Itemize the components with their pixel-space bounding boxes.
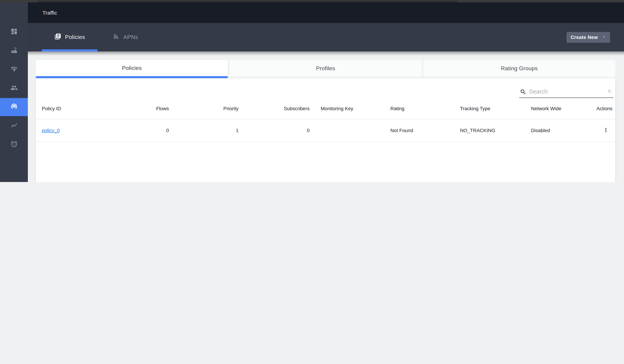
search-icon — [520, 89, 526, 95]
cell-priority: 1 — [175, 119, 244, 141]
search-clear-button[interactable] — [607, 88, 613, 95]
subtab-rating-groups-label: Rating Groups — [501, 65, 538, 72]
policies-card: Policies Profiles Rating Groups — [36, 60, 615, 182]
more-vert-icon — [603, 127, 609, 133]
sub-tabs: Policies Profiles Rating Groups — [36, 60, 615, 78]
dropdown-caret-icon — [602, 34, 606, 40]
library-books-icon — [54, 33, 61, 41]
table-row: policy_0 0 1 0 Not Found NO_TRACKING Dis… — [36, 119, 615, 141]
card-body: Policy ID Flows Priority Subscribers Mon… — [36, 78, 615, 182]
search-row — [36, 78, 615, 98]
close-icon — [607, 88, 613, 95]
subscribers-people-icon — [10, 84, 18, 93]
subtab-rating-groups[interactable]: Rating Groups — [423, 60, 615, 77]
column-header-policy-id: Policy ID — [36, 98, 147, 119]
sidebar-nav — [0, 2, 28, 154]
subtab-profiles[interactable]: Profiles — [230, 60, 422, 77]
tab-policies-label: Policies — [65, 34, 85, 40]
sidebar-item-equipment[interactable] — [0, 42, 28, 60]
policies-table: Policy ID Flows Priority Subscribers Mon… — [36, 98, 615, 142]
column-header-actions: Actions — [591, 98, 615, 119]
rss-feed-icon — [113, 33, 120, 41]
column-header-subscribers: Subscribers — [244, 98, 315, 119]
browser-tab-strip — [37, 1, 458, 2]
metrics-chart-icon — [10, 121, 18, 130]
network-check-icon — [10, 65, 18, 74]
column-header-priority: Priority — [175, 98, 244, 119]
column-header-monitoring-key: Monitoring Key — [315, 98, 385, 119]
column-header-network-wide: Network Wide — [525, 98, 591, 119]
app-header: Traffic — [28, 2, 624, 23]
subtab-policies[interactable]: Policies — [36, 60, 228, 78]
column-header-flows: Flows — [147, 98, 175, 119]
search-input[interactable] — [529, 88, 604, 95]
search-field — [519, 88, 613, 98]
cell-subscribers: 0 — [244, 119, 315, 141]
policy-link[interactable]: policy_0 — [42, 127, 60, 133]
cell-monitoring-key — [315, 119, 385, 141]
sidebar-item-subscribers[interactable] — [0, 79, 28, 97]
tab-bar: Policies APNs Create New — [28, 23, 624, 51]
sidebar — [0, 2, 28, 182]
sidebar-item-traffic[interactable] — [0, 98, 28, 116]
sidebar-item-metrics[interactable] — [0, 117, 28, 135]
create-new-label: Create New — [571, 34, 598, 40]
cell-rating: Not Found — [385, 119, 454, 141]
table-empty-space — [36, 142, 615, 182]
traffic-track-changes-icon — [10, 103, 18, 112]
content-area: Policies Profiles Rating Groups — [28, 51, 624, 182]
sidebar-item-network-check[interactable] — [0, 61, 28, 79]
browser-chrome-strip — [0, 0, 624, 2]
page: Traffic Policies APNs Create New — [0, 0, 624, 182]
tab-apns[interactable]: APNs — [98, 23, 153, 51]
cell-tracking-type: NO_TRACKING — [454, 119, 525, 141]
column-header-tracking-type: Tracking Type — [454, 98, 525, 119]
subtab-policies-label: Policies — [122, 65, 142, 71]
row-actions-button[interactable] — [602, 126, 610, 134]
table-header-row: Policy ID Flows Priority Subscribers Mon… — [36, 98, 615, 119]
sidebar-item-dashboard[interactable] — [0, 23, 28, 41]
tab-apns-label: APNs — [124, 34, 138, 40]
create-new-button[interactable]: Create New — [566, 32, 610, 43]
tab-policies[interactable]: Policies — [42, 23, 98, 51]
dashboard-icon — [10, 28, 18, 36]
page-title: Traffic — [43, 10, 57, 16]
column-header-rating: Rating — [385, 98, 454, 119]
equipment-router-icon — [10, 46, 18, 55]
sidebar-item-alarms[interactable] — [0, 136, 28, 154]
cell-flows: 0 — [147, 119, 175, 141]
alarms-alarm-clock-icon — [10, 140, 18, 149]
main-tabs: Policies APNs — [42, 23, 153, 51]
cell-network-wide: Disabled — [525, 119, 591, 141]
active-tab-indicator — [42, 49, 98, 51]
subtab-profiles-label: Profiles — [316, 65, 335, 72]
